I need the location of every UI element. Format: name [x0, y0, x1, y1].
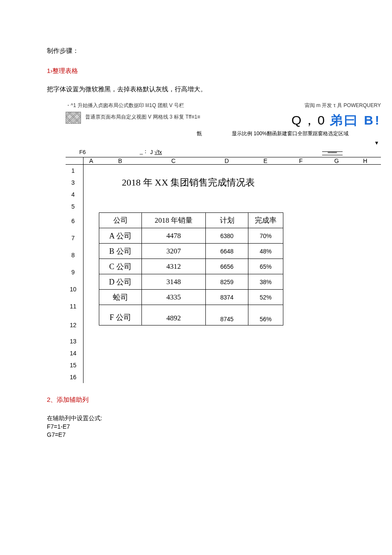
cell-rate[interactable]: 65% — [248, 259, 283, 274]
row-headers: 1 3 4 5 6 7 8 9 10 11 12 13 14 15 16 — [66, 165, 84, 383]
cell-company[interactable]: F 公司 — [99, 305, 142, 325]
col-header-h[interactable]: H — [355, 157, 376, 164]
dropdown-triangle-icon[interactable]: ▼ — [66, 140, 381, 146]
row-header[interactable]: 15 — [66, 359, 83, 371]
row-header[interactable]: 1 — [66, 165, 83, 177]
table-row: A 公司 4478 6380 70% — [99, 228, 283, 244]
cell-sales[interactable]: 4478 — [142, 228, 206, 244]
row-header[interactable]: 3 — [66, 177, 83, 189]
select-all-corner[interactable] — [66, 157, 84, 164]
cell-rate[interactable]: 38% — [248, 274, 283, 290]
cell-company[interactable]: 蚣司 — [99, 290, 142, 305]
name-box-sep: _： — [140, 148, 148, 155]
col-header-c[interactable]: C — [141, 157, 205, 164]
cell-company[interactable]: A 公司 — [99, 228, 142, 244]
row-header[interactable]: 16 — [66, 371, 83, 383]
formula-line-2: G7=E7 — [47, 431, 345, 439]
th-plan[interactable]: 计划 — [206, 213, 248, 228]
formula-bar-j: J — [150, 149, 153, 155]
step1-desc: 把字体设置为微软雅黑，去掉表格默认灰线，行高增大。 — [47, 85, 345, 93]
col-header-a[interactable]: A — [84, 157, 99, 164]
row-header[interactable]: 5 — [66, 200, 83, 212]
ribbon-labels-row: 甑 显示比例 100%翻函新建窗口全部重踞窗格选定区域 — [66, 130, 381, 137]
col-header-e[interactable]: E — [248, 157, 283, 164]
column-headers: A B C D E F G H — [66, 157, 381, 165]
ribbon-tabs-left[interactable]: ・^1 升始播入贞囪布局公式数据印 IiI1Q 团航 V 号栏 — [66, 102, 184, 109]
window-glyphs-black: Q，0 — [291, 112, 326, 129]
table-row: 蚣司 4335 8374 52% — [99, 290, 283, 305]
table-row: D 公司 3148 8259 38% — [99, 274, 283, 290]
table-row: C 公司 4312 6656 65% — [99, 259, 283, 274]
cell-plan[interactable]: 8374 — [206, 290, 248, 305]
cell-company[interactable]: D 公司 — [99, 274, 142, 290]
ribbon-label-right[interactable]: 显示比例 100%翻函新建窗口全部重踞窗格选定区域 — [206, 130, 381, 137]
cell-rate[interactable]: 56% — [248, 305, 283, 325]
step2-desc: 在辅助列中设置公式: — [47, 414, 345, 423]
data-table: 公司 2018 年销量 计划 完成率 A 公司 4478 6380 70% B … — [99, 212, 283, 325]
row-header[interactable]: 8 — [66, 247, 83, 264]
row-header[interactable]: 13 — [66, 335, 83, 347]
row-header[interactable]: 7 — [66, 230, 83, 247]
ribbon-tabs-row: ・^1 升始播入贞囪布局公式数据印 IiI1Q 团航 V 号栏 宙阅 m 开发 … — [66, 102, 381, 109]
col-header-g[interactable]: G — [319, 157, 355, 164]
cell-sales[interactable]: 4892 — [142, 305, 206, 325]
cell-plan[interactable]: 8259 — [206, 274, 248, 290]
window-glyphs-blue: 弟曰 B! — [330, 112, 381, 129]
ribbon-commands-row: 普通票页面布局自定义视图 V 网格线 3 标复 Tff≡1≡ Q，0 弟曰 B! — [66, 112, 381, 129]
intro-text: 制作步骤： — [47, 47, 345, 55]
ribbon-window-icons[interactable]: Q，0 弟曰 B! — [291, 112, 381, 129]
col-header-d[interactable]: D — [205, 157, 248, 164]
row-header[interactable]: 10 — [66, 281, 83, 298]
row-header[interactable]: 6 — [66, 212, 83, 230]
fx-button[interactable]: √fx — [155, 149, 162, 155]
cell-plan[interactable]: 6380 — [206, 228, 248, 244]
step1-title: 1›整理表格 — [47, 67, 345, 75]
step2-title: 2、添加辅助列 — [47, 396, 345, 404]
row-header[interactable]: 11 — [66, 298, 83, 315]
cell-company[interactable]: B 公司 — [99, 244, 142, 259]
cell-rate[interactable]: 48% — [248, 244, 283, 259]
row-header[interactable]: 4 — [66, 189, 83, 200]
cell-rate[interactable]: 52% — [248, 290, 283, 305]
ribbon-label-left: 甑 — [66, 130, 206, 137]
formula-line-1: F7=1-E7 — [47, 423, 345, 431]
spreadsheet-figure: ・^1 升始播入贞囪布局公式数据印 IiI1Q 团航 V 号栏 宙阅 m 开发 … — [66, 102, 381, 383]
cell-sales[interactable]: 3207 — [142, 244, 206, 259]
cell-sales[interactable]: 3148 — [142, 274, 206, 290]
cell-plan[interactable]: 6656 — [206, 259, 248, 274]
cell-plan[interactable]: 8745 — [206, 305, 248, 325]
formula-bar: F6 _： J √fx ═══ — [66, 148, 381, 155]
ribbon-tabs-right[interactable]: 宙阅 m 开发 τ 具 POWERQUERY — [305, 102, 381, 109]
table-header-row: 公司 2018 年销量 计划 完成率 — [99, 213, 283, 228]
normal-view-icon[interactable] — [66, 112, 81, 124]
row-header[interactable]: 12 — [66, 315, 83, 335]
cell-plan[interactable]: 6648 — [206, 244, 248, 259]
cell-company[interactable]: C 公司 — [99, 259, 142, 274]
table-row: F 公司 4892 8745 56% — [99, 305, 283, 325]
th-sales[interactable]: 2018 年销量 — [142, 213, 206, 228]
cell-sales[interactable]: 4312 — [142, 259, 206, 274]
cell-sales[interactable]: 4335 — [142, 290, 206, 305]
formula-bar-blurb: ═══ — [322, 151, 343, 155]
row-header[interactable]: 14 — [66, 347, 83, 359]
table-title: 2018 年 XX 集团销售完成情况表 — [122, 176, 255, 189]
name-box[interactable]: F6 — [79, 149, 99, 155]
th-company[interactable]: 公司 — [99, 213, 142, 228]
th-rate[interactable]: 完成率 — [248, 213, 283, 228]
ribbon-views-text[interactable]: 普通票页面布局自定义视图 V 网格线 3 标复 Tff≡1≡ — [85, 113, 200, 121]
row-header[interactable]: 9 — [66, 264, 83, 281]
col-header-b[interactable]: B — [99, 157, 141, 164]
col-header-f[interactable]: F — [283, 157, 319, 164]
cell-rate[interactable]: 70% — [248, 228, 283, 244]
table-row: B 公司 3207 6648 48% — [99, 244, 283, 259]
